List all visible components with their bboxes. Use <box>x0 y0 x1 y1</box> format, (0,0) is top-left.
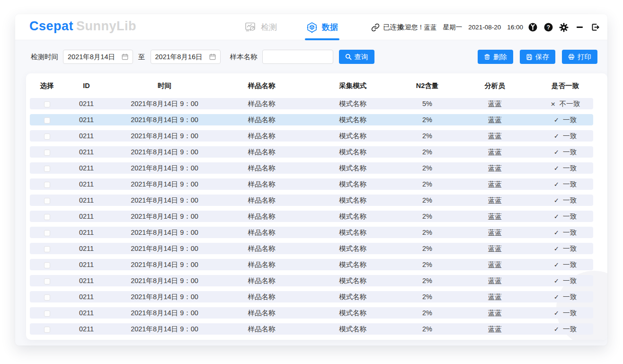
cell-time: 2021年8月14日 9：00 <box>109 244 220 253</box>
cell-sample: 样品名称 <box>220 212 303 221</box>
table-row[interactable]: 02112021年8月14日 9：00样品名称模式名称2%蓝蓝✓一致 <box>30 307 593 319</box>
cell-id: 0211 <box>64 148 109 156</box>
cell-analyst: 蓝蓝 <box>452 99 537 108</box>
save-button[interactable]: 保存 <box>520 50 555 64</box>
cell-n2: 2% <box>402 261 452 268</box>
help-icon[interactable]: ? <box>543 23 553 32</box>
cell-sample: 样品名称 <box>220 115 303 124</box>
table-row[interactable]: 02112021年8月14日 9：00样品名称模式名称2%蓝蓝✓一致 <box>30 275 593 286</box>
consistency-label: 一致 <box>563 244 577 253</box>
table-row[interactable]: 02112021年8月14日 9：00样品名称模式名称2%蓝蓝✓一致 <box>30 211 593 222</box>
tab-detection[interactable]: 检测 <box>245 14 277 40</box>
cell-consistency: ×不一致 <box>537 99 593 108</box>
check-icon: ✓ <box>554 293 559 301</box>
print-button[interactable]: 打印 <box>562 50 597 64</box>
cell-time: 2021年8月14日 9：00 <box>109 132 220 141</box>
cell-select <box>30 180 64 188</box>
cell-id: 0211 <box>64 132 109 140</box>
tab-data[interactable]: 数据 <box>306 14 338 40</box>
table-row[interactable]: 02112021年8月14日 9：00样品名称模式名称2%蓝蓝✓一致 <box>30 243 593 254</box>
delete-button-label: 删除 <box>493 53 507 62</box>
row-checkbox[interactable] <box>44 166 50 172</box>
table-row[interactable]: 02112021年8月14日 9：00样品名称模式名称2%蓝蓝✓一致 <box>30 162 593 174</box>
cell-mode: 模式名称 <box>303 309 402 318</box>
welcome-text: 欢迎您！蓝蓝 <box>399 23 437 32</box>
cell-analyst: 蓝蓝 <box>452 228 537 237</box>
cell-n2: 2% <box>402 148 452 156</box>
cell-sample: 样品名称 <box>220 293 303 302</box>
row-checkbox[interactable] <box>44 117 50 124</box>
consistency-label: 一致 <box>563 276 577 285</box>
consistency-label: 一致 <box>563 260 577 269</box>
cell-analyst: 蓝蓝 <box>452 148 537 157</box>
table-row[interactable]: 02112021年8月14日 9：00样品名称模式名称2%蓝蓝✓一致 <box>30 227 593 238</box>
cell-consistency: ✓一致 <box>537 115 593 124</box>
minimize-icon[interactable] <box>575 23 584 32</box>
logout-icon[interactable] <box>590 23 600 32</box>
row-checkbox[interactable] <box>44 182 50 188</box>
row-checkbox[interactable] <box>44 262 50 268</box>
cell-mode: 模式名称 <box>303 115 402 124</box>
cell-mode: 模式名称 <box>303 99 402 108</box>
table-row[interactable]: 02112021年8月14日 9：00样品名称模式名称5%蓝蓝×不一致 <box>30 98 593 109</box>
date-text: 2021-08-20 <box>468 24 501 31</box>
consistency-label: 一致 <box>563 164 577 173</box>
table-row[interactable]: 02112021年8月14日 9：00样品名称模式名称2%蓝蓝✓一致 <box>30 323 593 335</box>
cell-consistency: ✓一致 <box>537 260 593 269</box>
cell-time: 2021年8月14日 9：00 <box>109 293 220 302</box>
sample-name-label: 样本名称 <box>230 53 258 62</box>
table-row[interactable]: 02112021年8月14日 9：00样品名称模式名称2%蓝蓝✓一致 <box>30 178 593 190</box>
cell-time: 2021年8月14日 9：00 <box>109 180 220 189</box>
row-checkbox[interactable] <box>44 311 50 317</box>
row-checkbox[interactable] <box>44 294 50 301</box>
print-button-label: 打印 <box>578 53 591 62</box>
consistency-label: 一致 <box>563 132 577 141</box>
row-checkbox[interactable] <box>44 214 50 220</box>
tools-icon[interactable] <box>528 23 537 32</box>
table-row[interactable]: 02112021年8月14日 9：00样品名称模式名称2%蓝蓝✓一致 <box>30 114 593 125</box>
row-checkbox[interactable] <box>44 133 50 140</box>
cell-analyst: 蓝蓝 <box>452 325 537 334</box>
cell-select <box>30 309 64 317</box>
table-row[interactable]: 02112021年8月14日 9：00样品名称模式名称2%蓝蓝✓一致 <box>30 291 593 302</box>
table-row[interactable]: 02112021年8月14日 9：00样品名称模式名称2%蓝蓝✓一致 <box>30 195 593 206</box>
cell-n2: 2% <box>402 325 452 333</box>
date-from-input[interactable]: 2021年8月14日 <box>63 50 133 64</box>
cell-consistency: ✓一致 <box>537 148 593 157</box>
check-icon: ✓ <box>554 229 559 236</box>
cell-sample: 样品名称 <box>220 196 303 205</box>
date-to-input[interactable]: 2021年8月16日 <box>151 50 221 64</box>
cell-n2: 2% <box>402 180 452 188</box>
col-n2: N2含量 <box>402 81 452 90</box>
welcome-area: 欢迎您！蓝蓝 星期一 2021-08-20 16:00 <box>399 14 523 40</box>
table-row[interactable]: 02112021年8月14日 9：00样品名称模式名称2%蓝蓝✓一致 <box>30 146 593 158</box>
row-checkbox[interactable] <box>44 198 50 204</box>
cell-n2: 5% <box>402 100 452 107</box>
date-to-value: 2021年8月16日 <box>155 53 203 62</box>
cell-select <box>30 277 64 284</box>
settings-gear-icon[interactable] <box>559 23 569 32</box>
cell-select <box>30 229 64 236</box>
table-row[interactable]: 02112021年8月14日 9：00样品名称模式名称2%蓝蓝✓一致 <box>30 259 593 270</box>
row-checkbox[interactable] <box>44 246 50 252</box>
cell-analyst: 蓝蓝 <box>452 115 537 124</box>
cell-consistency: ✓一致 <box>537 164 593 173</box>
cell-id: 0211 <box>64 245 109 252</box>
sample-name-input[interactable] <box>262 50 333 64</box>
delete-button[interactable]: 删除 <box>478 50 513 64</box>
row-checkbox[interactable] <box>44 230 50 236</box>
cell-consistency: ✓一致 <box>537 228 593 237</box>
consistency-label: 一致 <box>563 293 577 302</box>
query-button[interactable]: 查询 <box>339 50 374 64</box>
table-row[interactable]: 02112021年8月14日 9：00样品名称模式名称2%蓝蓝✓一致 <box>30 130 593 142</box>
table-rows: 02112021年8月14日 9：00样品名称模式名称5%蓝蓝×不一致02112… <box>26 98 607 335</box>
check-icon: ✓ <box>554 326 559 333</box>
cell-select <box>30 164 64 172</box>
row-checkbox[interactable] <box>44 327 50 333</box>
consistency-label: 一致 <box>563 148 577 157</box>
cell-select <box>30 116 64 124</box>
app-logo: CsepatSunnyLib <box>29 19 136 34</box>
row-checkbox[interactable] <box>44 101 50 107</box>
row-checkbox[interactable] <box>44 150 50 156</box>
row-checkbox[interactable] <box>44 278 50 284</box>
